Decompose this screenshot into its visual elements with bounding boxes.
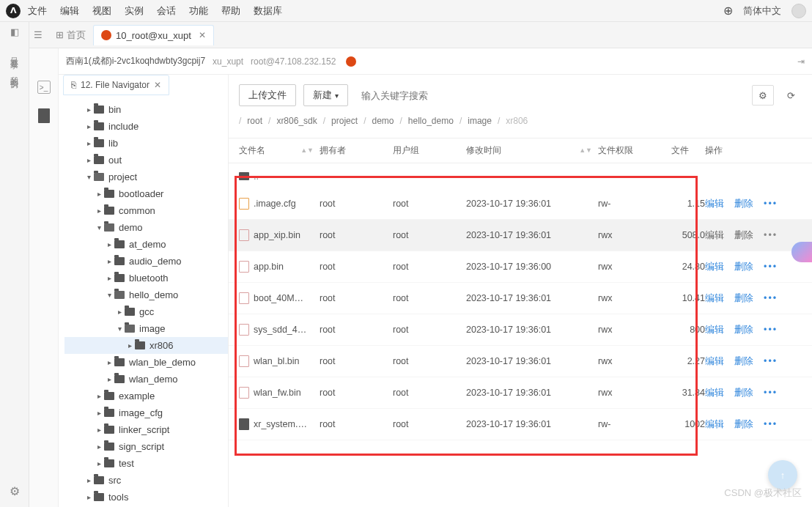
- tree-item-image_cfg[interactable]: ▸image_cfg: [64, 404, 228, 421]
- file-icon[interactable]: [38, 108, 50, 123]
- menu-function[interactable]: 功能: [189, 4, 208, 18]
- delete-link[interactable]: 删除: [734, 356, 753, 366]
- home-tab[interactable]: ⊞ 首页: [48, 24, 93, 46]
- file-row[interactable]: wlan_bl.binrootroot2023-10-17 19:36:01rw…: [229, 346, 812, 377]
- collapse-icon[interactable]: ⇥: [797, 56, 805, 67]
- hamburger-icon[interactable]: ☰: [34, 29, 43, 40]
- edit-link[interactable]: 编辑: [705, 199, 724, 209]
- delete-link[interactable]: 删除: [734, 262, 753, 272]
- path-seg[interactable]: xr806_sdk: [276, 116, 317, 126]
- tree-item-include[interactable]: ▸include: [64, 118, 228, 135]
- menu-session[interactable]: 会话: [157, 4, 176, 18]
- tree-item-common[interactable]: ▸common: [64, 202, 228, 219]
- tree-item-project[interactable]: ▾project: [64, 169, 228, 185]
- my-instances-tab[interactable]: 我的实例: [9, 70, 20, 75]
- toggle-sidebar-icon[interactable]: ◧: [10, 26, 19, 37]
- menu-help[interactable]: 帮助: [221, 4, 240, 18]
- edit-link[interactable]: 编辑: [705, 230, 724, 240]
- tree-item-image[interactable]: ▾image: [64, 320, 228, 337]
- close-tab-icon[interactable]: ✕: [199, 30, 206, 40]
- more-actions-icon[interactable]: •••: [764, 388, 778, 398]
- add-icon[interactable]: ⊕: [723, 4, 733, 18]
- edit-link[interactable]: 编辑: [705, 325, 724, 335]
- menu-database[interactable]: 数据库: [254, 4, 282, 18]
- tree-item-gcc[interactable]: ▸gcc: [64, 303, 228, 320]
- sort-icon[interactable]: ▲▼: [300, 149, 314, 152]
- tree-item-at_demo[interactable]: ▸at_demo: [64, 236, 228, 253]
- tree-item-wlan_ble_demo[interactable]: ▸wlan_ble_demo: [64, 354, 228, 371]
- refresh-button[interactable]: ⟳: [780, 85, 802, 106]
- tree-item-linker_script[interactable]: ▸linker_script: [64, 421, 228, 438]
- new-button[interactable]: 新建▾: [303, 84, 348, 106]
- float-action-button[interactable]: ↑: [768, 460, 797, 489]
- close-navigator-icon[interactable]: ✕: [154, 80, 161, 90]
- delete-link[interactable]: 删除: [734, 325, 753, 335]
- delete-link[interactable]: 删除: [734, 199, 753, 209]
- search-input[interactable]: [355, 86, 487, 106]
- edit-link[interactable]: 编辑: [705, 388, 724, 398]
- file-row[interactable]: wlan_fw.binrootroot2023-10-17 19:36:01rw…: [229, 377, 812, 409]
- tree-item-hello_demo[interactable]: ▾hello_demo: [64, 286, 228, 303]
- parent-dir-row[interactable]: ..: [229, 163, 812, 188]
- more-actions-icon[interactable]: •••: [764, 356, 778, 366]
- delete-link[interactable]: 删除: [734, 388, 753, 398]
- menu-instance[interactable]: 实例: [125, 4, 144, 18]
- tree-item-audio_demo[interactable]: ▸audio_demo: [64, 253, 228, 270]
- col-name[interactable]: 文件名: [239, 144, 265, 157]
- tree-item-sign_script[interactable]: ▸sign_script: [64, 438, 228, 455]
- more-actions-icon[interactable]: •••: [764, 325, 778, 335]
- col-mtime[interactable]: 修改时间: [466, 144, 501, 157]
- tree-item-wlan_demo[interactable]: ▸wlan_demo: [64, 371, 228, 388]
- path-seg[interactable]: project: [331, 116, 358, 126]
- file-row[interactable]: .image.cfgrootroot2023-10-17 19:36:01rw-…: [229, 188, 812, 220]
- active-session-tab[interactable]: 10_root@xu_xupt ✕: [93, 25, 214, 45]
- menu-file[interactable]: 文件: [28, 4, 47, 18]
- tree-item-bin[interactable]: ▸bin: [64, 101, 228, 118]
- file-row[interactable]: boot_40M…rootroot2023-10-17 19:36:01rwx1…: [229, 283, 812, 314]
- tree-item-example[interactable]: ▸example: [64, 388, 228, 404]
- more-actions-icon[interactable]: •••: [764, 293, 778, 303]
- path-seg[interactable]: demo: [372, 116, 394, 126]
- delete-link[interactable]: 删除: [734, 293, 753, 303]
- tree-item-lib[interactable]: ▸lib: [64, 135, 228, 152]
- tree-item-xr806[interactable]: ▸xr806: [64, 337, 228, 354]
- tree-item-demo[interactable]: ▾demo: [64, 219, 228, 236]
- recent-login-tab[interactable]: 最近登录: [9, 51, 20, 56]
- tree-item-out[interactable]: ▸out: [64, 152, 228, 169]
- col-perm[interactable]: 文件权限: [598, 144, 671, 157]
- edit-link[interactable]: 编辑: [705, 419, 724, 429]
- settings-button[interactable]: ⚙: [752, 85, 774, 106]
- col-owner[interactable]: 拥有者: [320, 144, 393, 157]
- tree-item-bluetooth[interactable]: ▸bluetooth: [64, 270, 228, 286]
- tree-item-test[interactable]: ▸test: [64, 455, 228, 472]
- file-row[interactable]: xr_system.…rootroot2023-10-17 19:36:01rw…: [229, 409, 812, 440]
- upload-button[interactable]: 上传文件: [239, 84, 296, 106]
- user-avatar[interactable]: [791, 4, 806, 18]
- tree-item-tools[interactable]: ▸tools: [64, 489, 228, 506]
- tree-item-src[interactable]: ▸src: [64, 472, 228, 489]
- file-row[interactable]: sys_sdd_4…rootroot2023-10-17 19:36:01rwx…: [229, 314, 812, 346]
- path-seg[interactable]: image: [468, 116, 492, 126]
- file-row[interactable]: app_xip.binrootroot2023-10-17 19:36:01rw…: [229, 220, 812, 251]
- more-actions-icon[interactable]: •••: [764, 199, 778, 209]
- more-actions-icon[interactable]: •••: [764, 262, 778, 272]
- delete-link[interactable]: 删除: [734, 419, 753, 429]
- delete-link[interactable]: 删除: [734, 230, 753, 240]
- file-row[interactable]: app.binrootroot2023-10-17 19:36:00rwx24.…: [229, 251, 812, 283]
- more-actions-icon[interactable]: •••: [764, 419, 778, 429]
- edit-link[interactable]: 编辑: [705, 356, 724, 366]
- menu-edit[interactable]: 编辑: [60, 4, 79, 18]
- settings-icon[interactable]: ⚙: [10, 484, 20, 498]
- menu-view[interactable]: 视图: [92, 4, 111, 18]
- language-selector[interactable]: 简体中文: [743, 4, 781, 18]
- edit-link[interactable]: 编辑: [705, 293, 724, 303]
- navigator-tab[interactable]: ⎘ 12. File Navigator ✕: [63, 75, 169, 95]
- edit-link[interactable]: 编辑: [705, 262, 724, 272]
- tree-item-bootloader[interactable]: ▸bootloader: [64, 185, 228, 202]
- sort-icon[interactable]: ▲▼: [579, 149, 592, 152]
- col-group[interactable]: 用户组: [393, 144, 466, 157]
- assistant-icon[interactable]: [791, 242, 812, 262]
- terminal-icon[interactable]: >_: [37, 81, 51, 94]
- col-size[interactable]: 文件: [671, 144, 705, 157]
- path-seg[interactable]: root: [247, 116, 262, 126]
